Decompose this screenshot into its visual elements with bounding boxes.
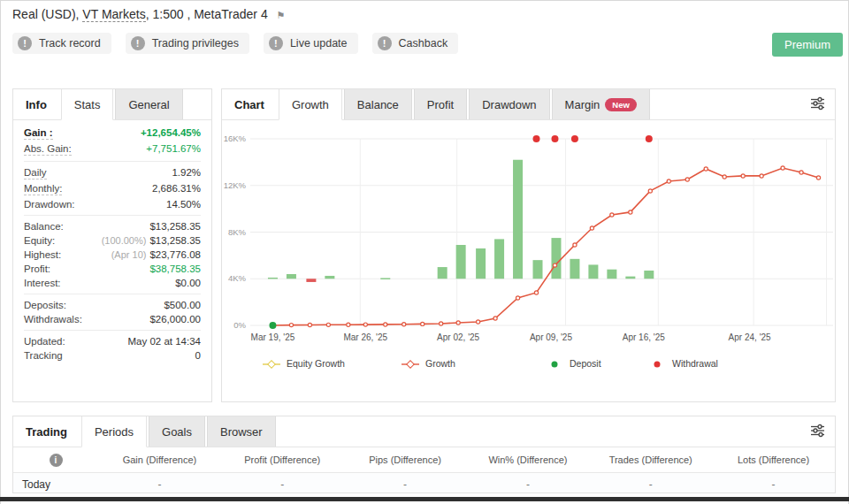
stat-value-monthly: 2,686.31% — [152, 183, 201, 194]
stats-tabs: StatsGeneral — [59, 89, 183, 119]
chart-tab-growth[interactable]: Growth — [279, 89, 342, 120]
account-title: Real (USD), VT Markets, 1:500 , MetaTrad… — [12, 7, 285, 21]
chart-tab-label: Drawdown — [482, 98, 536, 111]
stat-row: Tracking0 — [24, 348, 201, 363]
trading-tab-periods[interactable]: Periods — [81, 416, 147, 447]
broker-link[interactable]: VT Markets — [82, 7, 145, 22]
badge-label: Cashback — [399, 37, 448, 50]
table-header-pips-difference: Pips (Difference) — [344, 454, 467, 465]
svg-text:0%: 0% — [233, 320, 246, 330]
chart-tab-margin[interactable]: MarginNew — [552, 89, 650, 119]
stat-value-gain: +12,654.45% — [141, 127, 201, 138]
stat-value-highest: (Apr 10)$23,776.08 — [111, 249, 201, 260]
trading-settings-icon[interactable] — [810, 424, 825, 441]
info-icon[interactable]: i — [50, 454, 63, 467]
svg-text:Withdrawal: Withdrawal — [672, 358, 718, 369]
stat-row: Equity:(100.00%)$13,258.35 — [24, 233, 201, 248]
svg-text:12K%: 12K% — [224, 180, 247, 190]
svg-text:Growth: Growth — [425, 358, 455, 369]
stat-row: Gain :+12,654.45% — [24, 126, 201, 141]
chart-tabs: GrowthBalanceProfitDrawdownMarginNew — [277, 89, 650, 119]
row-cell: - — [98, 478, 221, 491]
stat-label-gain: Gain : — [24, 127, 53, 140]
chart-tab-profit[interactable]: Profit — [414, 89, 467, 119]
stats-panel-title: Info — [13, 89, 59, 119]
stat-row: Abs. Gain:+7,751.67% — [24, 141, 201, 157]
stats-group: Balance:$13,258.35Equity:(100.00%)$13,25… — [24, 215, 201, 294]
stats-tab-general[interactable]: General — [115, 89, 182, 119]
stats-group: Daily1.92%Monthly:2,686.31%Drawdown:14.5… — [24, 161, 201, 215]
stat-value-prefix: (Apr 10) — [111, 249, 147, 260]
stat-value-profit: $38,758.35 — [149, 263, 201, 274]
trading-panel: Trading PeriodsGoalsBrowser i Gain (Diff… — [12, 416, 836, 493]
chart-panel-title: Chart — [222, 89, 277, 119]
table-header-gain-difference: Gain (Difference) — [98, 454, 221, 465]
badges-row: !Track record!Trading privileges!Live up… — [12, 33, 458, 54]
account-details: , 1:500 , MetaTrader 4 — [146, 7, 268, 21]
row-label: Today — [13, 478, 98, 491]
trading-panel-head: Trading PeriodsGoalsBrowser — [13, 416, 835, 447]
premium-button[interactable]: Premium — [772, 33, 843, 57]
stat-row: Deposits:$500.00 — [24, 298, 201, 312]
svg-text:8K%: 8K% — [228, 227, 247, 237]
stat-value-balance: $13,258.35 — [149, 221, 201, 232]
growth-chart[interactable]: 0%4K%8K%12K%16K%Mar 19, '25Mar 26, '25Ap… — [222, 120, 835, 403]
stat-label-daily: Daily — [24, 167, 47, 179]
badge-track-record[interactable]: !Track record — [12, 33, 111, 54]
chart-tab-label: Balance — [357, 98, 399, 111]
stat-label-highest: Highest: — [24, 249, 61, 260]
alert-icon: ! — [269, 36, 283, 50]
svg-text:16K%: 16K% — [224, 134, 247, 143]
stat-label-drawdown: Drawdown: — [24, 199, 75, 210]
stats-panel: Info StatsGeneral Gain :+12,654.45%Abs. … — [12, 88, 212, 402]
chart-tab-balance[interactable]: Balance — [344, 89, 412, 119]
stat-label-interest: Interest: — [24, 278, 61, 288]
stat-row: Daily1.92% — [24, 165, 201, 181]
stats-group: Deposits:$500.00Withdrawals:$26,000.00 — [24, 294, 201, 330]
trading-tab-label: Goals — [162, 425, 192, 439]
chart-tab-label: Margin — [565, 98, 600, 111]
account-type: Real (USD), — [12, 7, 82, 21]
alert-icon: ! — [131, 36, 145, 50]
stats-panel-head: Info StatsGeneral — [13, 89, 211, 120]
stats-group: Gain :+12,654.45%Abs. Gain:+7,751.67% — [24, 122, 201, 161]
stats-tab-stats[interactable]: Stats — [61, 89, 114, 120]
stat-label-abs-gain: Abs. Gain: — [24, 143, 72, 156]
trading-tabs: PeriodsGoalsBrowser — [80, 416, 276, 447]
stat-label-tracking: Tracking — [24, 350, 63, 361]
stats-group: Updated:May 02 at 14:34Tracking0 — [24, 330, 201, 366]
trading-tab-goals[interactable]: Goals — [149, 416, 205, 447]
badge-cashback[interactable]: !Cashback — [372, 33, 459, 54]
chart-panel-head: Chart GrowthBalanceProfitDrawdownMarginN… — [222, 89, 835, 120]
stat-row: Balance:$13,258.35 — [24, 219, 201, 233]
chart-tab-drawdown[interactable]: Drawdown — [469, 89, 549, 119]
new-badge: New — [605, 98, 637, 111]
svg-text:4K%: 4K% — [228, 273, 247, 283]
svg-text:Mar 19, '25: Mar 19, '25 — [251, 332, 295, 342]
svg-text:Equity Growth: Equity Growth — [287, 358, 345, 369]
stat-label-deposits: Deposits: — [24, 300, 66, 310]
chart-settings-icon[interactable] — [810, 96, 825, 114]
table-row[interactable]: Today------ — [13, 472, 835, 493]
stats-tab-label: Stats — [74, 98, 101, 111]
table-header-win-difference: Win% (Difference) — [466, 454, 589, 465]
stat-label-monthly: Monthly: — [24, 183, 62, 195]
badge-label: Live update — [290, 37, 348, 50]
stat-row: Profit:$38,758.35 — [24, 262, 201, 276]
stat-label-equity: Equity: — [24, 235, 55, 246]
row-cell: - — [344, 478, 467, 491]
trading-tab-label: Periods — [95, 425, 134, 439]
alert-icon: ! — [378, 36, 392, 50]
chart-panel: Chart GrowthBalanceProfitDrawdownMarginN… — [221, 88, 836, 402]
row-cell: - — [589, 478, 712, 491]
svg-text:Mar 26, '25: Mar 26, '25 — [343, 332, 387, 342]
stat-value-equity: (100.00%)$13,258.35 — [102, 235, 201, 246]
svg-text:Deposit: Deposit — [570, 358, 601, 369]
row-cell: - — [712, 478, 835, 491]
stat-row: Withdrawals:$26,000.00 — [24, 312, 201, 326]
stat-value-deposits: $500.00 — [164, 300, 201, 310]
stat-value-daily: 1.92% — [172, 167, 201, 178]
badge-live-update[interactable]: !Live update — [264, 33, 358, 54]
trading-tab-browser[interactable]: Browser — [207, 416, 276, 447]
badge-trading-privileges[interactable]: !Trading privileges — [126, 33, 249, 54]
